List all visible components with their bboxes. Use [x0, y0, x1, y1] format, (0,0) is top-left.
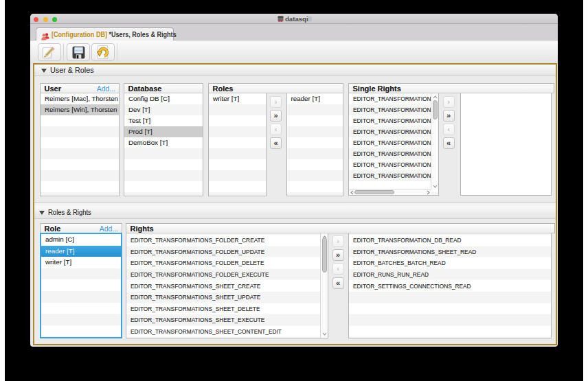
- svg-text:oc: oc: [278, 19, 283, 23]
